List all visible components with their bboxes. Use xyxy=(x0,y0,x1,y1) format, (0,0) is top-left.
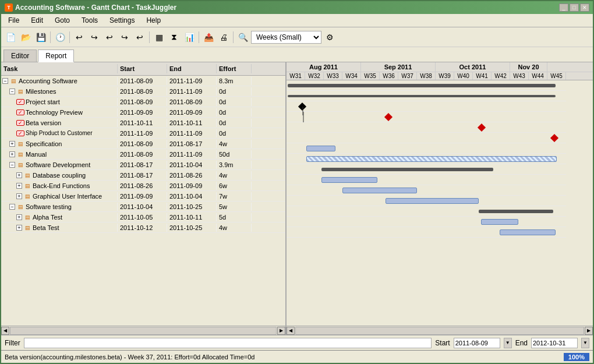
view-dropdown[interactable]: Weeks (Small) Days (Tiny) Days (Small) W… xyxy=(251,31,321,44)
start-date-input[interactable] xyxy=(454,338,500,348)
menu-file[interactable]: File xyxy=(3,15,24,26)
scroll-left-button[interactable]: ◀ xyxy=(1,327,9,335)
left-scroll-track[interactable] xyxy=(10,327,277,335)
start-cell: 2011-10-12 xyxy=(118,224,167,232)
filter-button[interactable]: ⧗ xyxy=(167,30,181,44)
gantt-body[interactable] xyxy=(287,80,593,326)
scroll-right-button[interactable]: ▶ xyxy=(277,327,285,335)
collapse-icon[interactable]: − xyxy=(2,78,8,84)
tb-btn3[interactable]: ↩ xyxy=(102,30,116,44)
bar-specification xyxy=(306,146,335,151)
table-row[interactable]: ✓ Project start 2011-08-09 2011-08-09 0d xyxy=(1,97,285,107)
expand-icon[interactable]: + xyxy=(16,183,22,189)
table-row[interactable]: + ▤ Alpha Test 2011-10-05 2011-10-11 5d xyxy=(1,212,285,222)
export-button[interactable]: 📤 xyxy=(201,30,215,44)
report-button[interactable]: 📊 xyxy=(182,30,196,44)
milestone-icon: ✓ xyxy=(16,99,24,105)
expand-icon[interactable]: + xyxy=(16,214,22,220)
table-row[interactable]: + ▤ Manual 2011-08-09 2011-11-09 50d xyxy=(1,149,285,160)
sep1 xyxy=(50,31,51,43)
expand-icon[interactable]: + xyxy=(16,225,22,231)
milestone-diamond-3 xyxy=(478,123,486,132)
table-row[interactable]: + ▤ Graphical User Interface 2011-09-09 … xyxy=(1,191,285,202)
start-cell: 2011-08-09 xyxy=(118,87,167,96)
table-row[interactable]: − ▤ Milestones 2011-08-09 2011-11-09 0d xyxy=(1,86,285,97)
bar-alphatest xyxy=(481,219,518,225)
menu-help[interactable]: Help xyxy=(142,15,165,26)
end-cell: 2011-11-09 xyxy=(167,129,217,137)
end-cell: 2011-08-26 xyxy=(167,171,217,179)
date-range: Start ▼ End ▼ xyxy=(435,338,589,348)
end-cell: 2011-11-09 xyxy=(167,87,217,96)
end-date-dropdown[interactable]: ▼ xyxy=(581,338,589,348)
end-date-input[interactable] xyxy=(531,338,578,348)
collapse-icon[interactable]: − xyxy=(9,89,15,94)
gantt-row-3 xyxy=(287,112,566,122)
new-button[interactable]: 📄 xyxy=(3,30,17,44)
print-button[interactable]: 🖨 xyxy=(217,30,231,44)
filter-input[interactable] xyxy=(24,338,432,348)
task-name: Beta Test xyxy=(33,224,59,231)
table-row[interactable]: − ▤ Software testing 2011-10-04 2011-10-… xyxy=(1,202,285,212)
start-date-dropdown[interactable]: ▼ xyxy=(504,338,512,348)
collapse-icon[interactable]: − xyxy=(9,204,15,210)
tab-report[interactable]: Report xyxy=(38,50,74,62)
week-w45: W45 xyxy=(547,72,566,80)
gantt-row-11 xyxy=(287,196,566,206)
collapse-icon[interactable]: − xyxy=(9,162,15,168)
settings-small-button[interactable]: ⚙ xyxy=(323,30,337,44)
gantt-row-14 xyxy=(287,227,566,238)
col-end: End xyxy=(167,64,217,73)
grid-button[interactable]: ▦ xyxy=(152,30,166,44)
gantt-row-4 xyxy=(287,122,566,133)
table-row[interactable]: + ▤ Specification 2011-08-09 2011-08-17 … xyxy=(1,139,285,149)
end-cell: 2011-11-09 xyxy=(167,77,217,85)
effort-cell: 4w xyxy=(217,224,252,232)
undo-button[interactable]: ↩ xyxy=(72,30,86,44)
tb-btn5[interactable]: ↩ xyxy=(133,30,147,44)
group-icon: ▤ xyxy=(23,214,31,220)
start-cell: 2011-08-09 xyxy=(118,98,167,106)
search-button[interactable]: 🔍 xyxy=(236,30,250,44)
menu-edit[interactable]: Edit xyxy=(26,15,48,26)
task-cell: + ▤ Manual xyxy=(1,150,118,158)
table-row[interactable]: − ▤ Software Development 2011-08-17 2011… xyxy=(1,160,285,170)
tab-editor[interactable]: Editor xyxy=(3,50,37,62)
menu-goto[interactable]: Goto xyxy=(50,15,75,26)
menu-settings[interactable]: Settings xyxy=(105,15,139,26)
effort-cell: 0d xyxy=(217,129,252,137)
start-cell: 2011-08-09 xyxy=(118,150,167,158)
save-button[interactable]: 💾 xyxy=(34,30,48,44)
expand-icon[interactable]: + xyxy=(16,193,22,199)
table-row[interactable]: − ▤ Accounting Software 2011-08-09 2011-… xyxy=(1,76,285,86)
maximize-button[interactable]: □ xyxy=(570,3,579,12)
tb-btn4[interactable]: ↪ xyxy=(118,30,132,44)
col-task: Task xyxy=(1,64,118,73)
task-cell: + ▤ Specification xyxy=(1,140,118,148)
gantt-row-1 xyxy=(287,91,566,101)
table-row[interactable]: + ▤ Beta Test 2011-10-12 2011-10-25 4w xyxy=(1,222,285,233)
redo-button[interactable]: ↪ xyxy=(87,30,101,44)
menu-tools[interactable]: Tools xyxy=(77,15,102,26)
right-scroll-track[interactable] xyxy=(295,327,584,335)
end-cell: 2011-09-09 xyxy=(167,182,217,190)
table-row[interactable]: + ▤ Database coupling 2011-08-17 2011-08… xyxy=(1,170,285,181)
expand-icon[interactable]: + xyxy=(9,151,15,157)
expand-icon[interactable]: + xyxy=(9,141,15,147)
clock-button[interactable]: 🕐 xyxy=(53,30,67,44)
effort-cell: 0d xyxy=(217,98,252,106)
group-icon: ▤ xyxy=(9,78,17,84)
bar-softtest xyxy=(479,210,553,213)
expand-icon[interactable]: + xyxy=(16,172,22,178)
table-row[interactable]: ✓ Ship Product to Customer 2011-11-09 20… xyxy=(1,128,285,139)
minimize-button[interactable]: _ xyxy=(559,3,568,12)
week-w34: W34 xyxy=(342,72,361,80)
close-button[interactable]: ✕ xyxy=(580,3,589,12)
table-row[interactable]: ✓ Beta version 2011-10-11 2011-10-11 0d xyxy=(1,118,285,128)
open-button[interactable]: 📂 xyxy=(19,30,33,44)
right-scroll-right-button[interactable]: ▶ xyxy=(585,327,593,335)
right-scroll-left-button[interactable]: ◀ xyxy=(287,327,295,335)
table-row[interactable]: + ▤ Back-End Functions 2011-08-26 2011-0… xyxy=(1,181,285,191)
table-row[interactable]: ✓ Technology Preview 2011-09-09 2011-09-… xyxy=(1,107,285,118)
week-w37: W37 xyxy=(398,72,417,80)
